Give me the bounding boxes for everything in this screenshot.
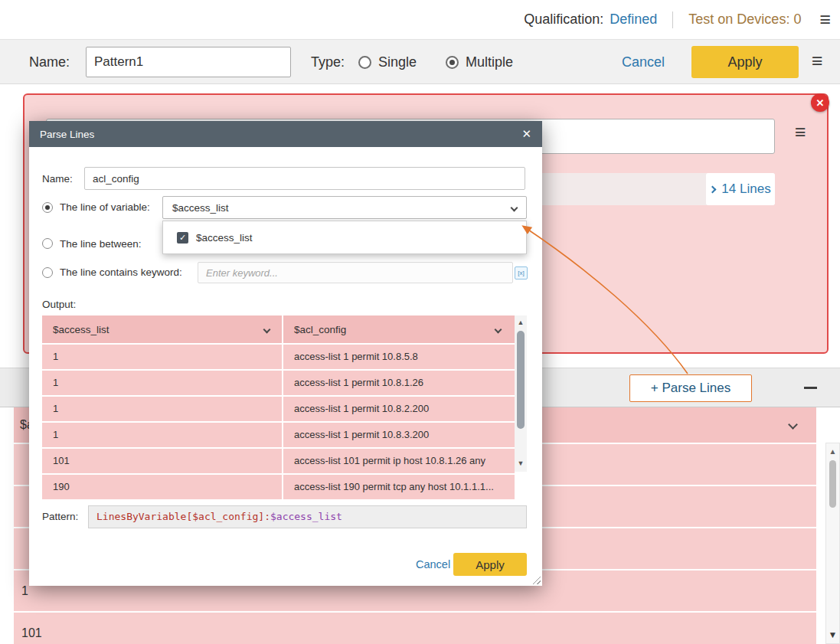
vertical-scrollbar[interactable]: ▲ ▼ [825, 443, 840, 644]
pattern-token: ]: [258, 511, 270, 522]
menu-icon[interactable]: ≡ [819, 10, 831, 29]
parse-lines-button[interactable]: + Parse Lines [629, 374, 752, 402]
pattern-toolbar: Name: Type: Single Multiple Cancel Apply… [0, 40, 840, 84]
variable-dropdown: ✓ $access_list [162, 221, 527, 254]
qualification-value-link[interactable]: Defined [610, 11, 657, 27]
output-table-body: 1access-list 1 permit 10.8.5.81access-li… [42, 343, 527, 499]
dialog-apply-button[interactable]: Apply [453, 553, 527, 576]
radio-single-icon[interactable] [358, 56, 371, 69]
output-table-row[interactable]: 1access-list 1 permit 10.8.1.26 [42, 369, 515, 395]
column-label: $access_list [53, 324, 109, 335]
regex-icon[interactable]: [x] [515, 266, 528, 280]
scroll-down-icon[interactable]: ▼ [515, 459, 527, 467]
scroll-up-icon[interactable]: ▲ [826, 447, 839, 456]
test-on-devices-link[interactable]: Test on Devices: 0 [688, 11, 801, 28]
output-table-row[interactable]: 101access-list 101 permit ip host 10.8.1… [42, 447, 515, 473]
collapse-icon[interactable] [804, 387, 817, 389]
output-cell: access-list 1 permit 10.8.5.8 [283, 345, 515, 369]
chevron-down-icon [511, 204, 518, 211]
column-filter-icon[interactable] [788, 420, 798, 430]
output-cell: 1 [42, 423, 283, 447]
divider [672, 11, 673, 28]
bottom-table-row[interactable]: 101 [14, 611, 816, 644]
output-cell: 190 [42, 475, 283, 499]
output-cell: 1 [42, 371, 283, 395]
output-cell: access-list 1 permit 10.8.1.26 [283, 371, 515, 395]
pattern-menu-icon[interactable]: ≡ [795, 123, 806, 142]
dialog-close-icon[interactable]: ✕ [521, 127, 531, 141]
apply-button[interactable]: Apply [691, 46, 799, 78]
output-table-row[interactable]: 1access-list 1 permit 10.8.2.200 [42, 395, 515, 421]
scroll-up-icon[interactable]: ▲ [515, 319, 527, 326]
output-table-scrollbar[interactable]: ▲ ▼ [515, 315, 527, 472]
variable-select[interactable]: $access_list [162, 196, 527, 219]
pattern-name-input[interactable] [86, 47, 291, 77]
output-table-row[interactable]: 190access-list 190 permit tcp any host 1… [42, 473, 515, 499]
scroll-down-icon[interactable]: ▼ [826, 629, 839, 640]
top-bar: Qualification:Defined Test on Devices: 0… [0, 0, 840, 40]
radio-multiple[interactable]: Multiple [446, 40, 513, 84]
checkbox-checked-icon[interactable]: ✓ [177, 232, 188, 244]
output-table-row[interactable]: 1access-list 1 permit 10.8.3.200 [42, 421, 515, 447]
output-cell: 1 [42, 345, 283, 369]
pattern-token: $access_list [270, 511, 342, 522]
output-cell: access-list 1 permit 10.8.3.200 [283, 423, 515, 447]
radio-line-between[interactable] [42, 238, 53, 249]
output-column-access-list[interactable]: $access_list [42, 315, 283, 343]
qualification: Qualification:Defined [524, 11, 657, 28]
toolbar-menu-icon[interactable]: ≡ [812, 51, 823, 70]
pattern-token: LinesByVariable[ [96, 511, 192, 522]
radio-single[interactable]: Single [358, 40, 417, 84]
resize-handle-icon[interactable] [532, 576, 541, 584]
output-column-acl-config[interactable]: $acl_config [283, 315, 527, 343]
name-label: Name: [29, 40, 70, 84]
cancel-link[interactable]: Cancel [622, 40, 665, 84]
output-cell: access-list 1 permit 10.8.2.200 [283, 397, 515, 421]
parse-lines-dialog: Parse Lines ✕ Name: The line of variable… [29, 121, 542, 586]
qualification-label: Qualification: [524, 11, 603, 27]
column-label: $acl_config [294, 324, 346, 335]
type-label: Type: [311, 40, 345, 84]
output-cell: 1 [42, 397, 283, 421]
dropdown-item-access-list[interactable]: ✓ $access_list [163, 221, 526, 253]
pattern-token: $acl_config [192, 511, 258, 522]
column-chevron-icon[interactable] [263, 325, 271, 333]
dropdown-item-label: $access_list [196, 232, 253, 244]
scroll-thumb[interactable] [517, 331, 525, 429]
pattern-label: Pattern: [42, 505, 78, 528]
line-of-variable-label: The line of variable: [60, 196, 150, 219]
output-cell: 101 [42, 449, 283, 473]
lines-toggle[interactable]: 14 Lines [706, 173, 775, 205]
dialog-name-label: Name: [42, 168, 73, 191]
radio-multiple-label: Multiple [466, 54, 513, 70]
dialog-title: Parse Lines [40, 129, 94, 140]
dialog-header[interactable]: Parse Lines ✕ [29, 121, 542, 147]
chevron-right-icon [709, 185, 717, 193]
column-chevron-icon[interactable] [495, 325, 502, 333]
line-between-label: The line between: [60, 236, 142, 253]
radio-multiple-icon[interactable] [446, 56, 459, 69]
scroll-thumb[interactable] [829, 460, 836, 508]
keyword-input[interactable] [198, 262, 513, 283]
radio-line-contains-keyword[interactable] [42, 267, 53, 278]
output-label: Output: [42, 299, 76, 310]
dialog-name-input[interactable] [84, 167, 525, 190]
output-table: $access_list $acl_config 1access-list 1 … [42, 315, 527, 499]
radio-line-of-variable[interactable] [42, 202, 53, 213]
output-cell: access-list 190 permit tcp any host 10.1… [283, 475, 515, 499]
lines-count-label: 14 Lines [721, 181, 770, 197]
dialog-cancel-link[interactable]: Cancel [416, 553, 450, 576]
variable-select-value: $access_list [172, 202, 229, 214]
line-contains-keyword-label: The line contains keyword: [60, 262, 182, 283]
close-pattern-icon[interactable]: ✕ [811, 93, 829, 112]
output-table-head: $access_list $acl_config [42, 315, 527, 343]
pattern-code: LinesByVariable[$acl_config]:$access_lis… [88, 505, 527, 528]
radio-single-label: Single [378, 54, 417, 70]
output-cell: access-list 101 permit ip host 10.8.1.26… [283, 449, 515, 473]
output-table-row[interactable]: 1access-list 1 permit 10.8.5.8 [42, 343, 515, 369]
